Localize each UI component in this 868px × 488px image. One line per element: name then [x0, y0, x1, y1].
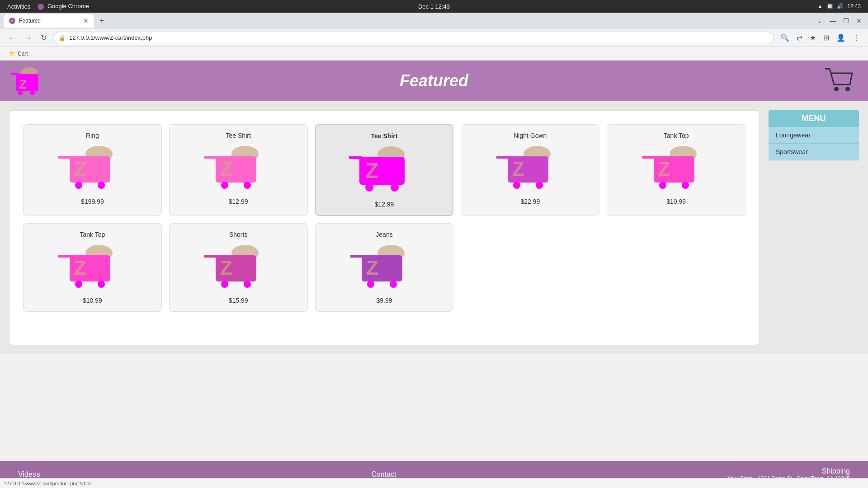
bookmark-cart[interactable]: 📁 Cart: [5, 50, 32, 58]
product-image-tanktop1: Z: [640, 143, 712, 192]
status-bar: 127.0.0.1/www/Z-cart/product.php?id=3: [0, 478, 868, 488]
product-image-jeans: Z: [348, 242, 420, 291]
product-card-shorts[interactable]: Shorts Z $15.99: [169, 223, 308, 312]
product-name: Tank Top: [31, 231, 154, 238]
minimize-button[interactable]: —: [827, 15, 839, 26]
forward-button[interactable]: →: [22, 32, 34, 44]
svg-point-7: [834, 87, 839, 91]
product-card-tanktop1[interactable]: Tank Top Z $10.99: [607, 124, 745, 216]
product-image-nightgown: Z: [494, 143, 566, 192]
svg-point-3: [18, 91, 23, 95]
search-button[interactable]: 🔍: [778, 32, 792, 44]
bookmark-button[interactable]: ★: [807, 32, 819, 44]
chrome-tab-bar: Z Featured ✕ + ⌄ — ❐ ✕: [0, 13, 868, 29]
product-price: $15.99: [177, 297, 300, 304]
svg-text:Z: Z: [220, 158, 232, 180]
product-price: $12.99: [177, 198, 300, 205]
product-card-nightgown[interactable]: Night Gown Z $22.99: [461, 124, 599, 216]
svg-point-13: [75, 182, 82, 189]
back-button[interactable]: ←: [5, 32, 18, 44]
battery-icon: 12:43: [847, 3, 861, 9]
svg-point-25: [365, 183, 373, 192]
os-bar-right: ▲ 🔲 🔊 12:43: [817, 3, 861, 9]
reload-button[interactable]: ↻: [38, 32, 49, 44]
tab-close-button[interactable]: ✕: [83, 17, 89, 24]
product-image-ring: Z: [56, 143, 128, 192]
product-image-shorts: Z: [202, 242, 274, 291]
address-bar[interactable]: 🔒 127.0.0.1/www/Z-cart/index.php: [53, 32, 774, 44]
svg-point-44: [98, 281, 105, 288]
bookmarks-bar: 📁 Cart: [0, 47, 868, 61]
product-name: Shorts: [177, 231, 300, 238]
svg-text:Z: Z: [366, 257, 378, 279]
product-name: Tee Shirt: [323, 132, 446, 140]
tab-title: Featured: [19, 18, 80, 24]
tab-search-button[interactable]: ⌄: [814, 15, 825, 26]
svg-point-31: [513, 182, 520, 189]
tab-favicon: Z: [9, 18, 15, 24]
product-name: Ring: [31, 132, 154, 139]
products-row2: Tank Top Z $10.99 Shorts Z: [23, 223, 745, 312]
products-container: Ring Z $199.99 Tee Shirt Z: [9, 110, 760, 345]
svg-text:Z: Z: [658, 158, 670, 180]
activities-label[interactable]: Activities: [7, 3, 30, 10]
product-image-tanktop2: Z: [56, 242, 128, 291]
svg-text:Z: Z: [220, 257, 232, 279]
svg-text:Z: Z: [512, 158, 524, 180]
site-content: Ring Z $199.99 Tee Shirt Z: [0, 101, 868, 354]
product-card-ring[interactable]: Ring Z $199.99: [23, 124, 162, 216]
site-header: Z Featured: [0, 61, 868, 101]
extensions-button[interactable]: ⊞: [821, 32, 832, 44]
svg-point-56: [390, 281, 397, 288]
chrome-nav-bar: ← → ↻ 🔒 127.0.0.1/www/Z-cart/index.php 🔍…: [0, 29, 868, 47]
svg-text:Z: Z: [19, 77, 27, 91]
svg-point-38: [682, 182, 689, 189]
cart-icon[interactable]: [823, 66, 854, 95]
product-card-teeshirt2[interactable]: Tee Shirt Z $12.99: [315, 124, 454, 216]
tab-extras: ⌄ — ❐ ✕: [814, 15, 864, 26]
product-card-teeshirt1[interactable]: Tee Shirt Z $12.99: [169, 124, 308, 216]
browser-tab-featured[interactable]: Z Featured ✕: [4, 14, 94, 28]
product-image-teeshirt1: Z: [202, 143, 274, 192]
svg-point-50: [244, 281, 251, 288]
menu-header: MENU: [769, 110, 859, 127]
svg-point-14: [98, 182, 105, 189]
lock-icon: 🔒: [59, 35, 66, 41]
svg-point-8: [845, 87, 850, 91]
os-datetime: Dec 1 12:43: [418, 3, 450, 10]
product-price: $10.99: [614, 198, 738, 205]
sidebar-menu: MENU Loungewear Sportswear: [769, 110, 859, 345]
status-url: 127.0.0.1/www/Z-cart/product.php?id=3: [4, 481, 91, 486]
svg-point-37: [659, 182, 666, 189]
svg-text:Z: Z: [74, 257, 86, 279]
menu-item-sportswear[interactable]: Sportswear: [769, 144, 859, 160]
svg-point-19: [221, 182, 228, 189]
network-icon: 🔲: [826, 3, 833, 9]
footer-videos-link[interactable]: Videos: [18, 470, 40, 479]
product-name: Tee Shirt: [177, 132, 300, 139]
site-logo[interactable]: Z: [9, 65, 45, 97]
footer-shipping-link[interactable]: Shipping: [727, 467, 850, 475]
svg-point-26: [391, 183, 399, 192]
product-image-teeshirt2: Z: [348, 143, 420, 195]
svg-text:Z: Z: [365, 159, 378, 183]
footer-contact-link[interactable]: Contact: [371, 470, 396, 479]
new-tab-button[interactable]: +: [96, 16, 108, 26]
svg-point-49: [221, 281, 228, 288]
svg-point-20: [244, 182, 251, 189]
product-price: $10.99: [31, 297, 154, 304]
restore-button[interactable]: ❐: [840, 15, 852, 26]
product-price: $22.99: [468, 198, 592, 205]
share-button[interactable]: ⇄: [794, 32, 805, 44]
products-row1: Ring Z $199.99 Tee Shirt Z: [23, 124, 745, 216]
os-bar: Activities Google Chrome Dec 1 12:43 ▲ 🔲…: [0, 0, 868, 13]
svg-point-32: [536, 182, 543, 189]
bookmark-folder-icon: 📁: [9, 51, 16, 57]
product-card-tanktop2[interactable]: Tank Top Z $10.99: [23, 223, 162, 312]
sound-icon: 🔊: [837, 3, 844, 9]
profile-button[interactable]: 👤: [834, 32, 848, 44]
close-window-button[interactable]: ✕: [854, 15, 864, 26]
menu-item-loungewear[interactable]: Loungewear: [769, 127, 859, 144]
product-card-jeans[interactable]: Jeans Z $9.99: [315, 223, 454, 312]
more-button[interactable]: ⋮: [850, 32, 863, 44]
